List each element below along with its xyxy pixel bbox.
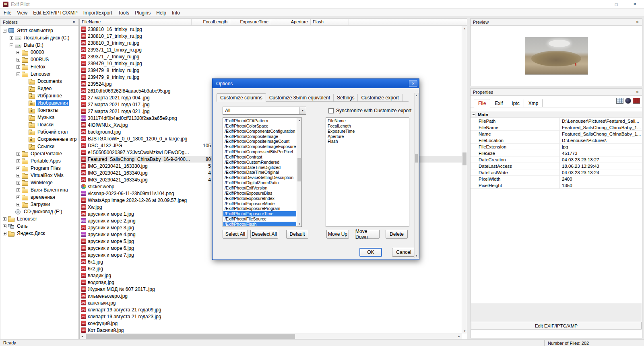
tree-item[interactable]: Этот компьютер	[0, 27, 78, 34]
scrollbar-thumb[interactable]	[86, 334, 295, 339]
column-header-flash[interactable]: Flash	[311, 19, 349, 25]
tree-item[interactable]: ☻Контакты	[0, 107, 78, 114]
tree-expander-plus[interactable]	[17, 174, 20, 177]
tag-item[interactable]: /Exif/Photo/CompressedBitsPerPixel	[223, 149, 296, 154]
checkbox-box[interactable]	[328, 108, 334, 113]
tree-item[interactable]: OperaPortable	[0, 150, 78, 157]
tree-expander-minus[interactable]	[3, 29, 6, 33]
column-header-exposuretime[interactable]: ExposureTime	[230, 19, 271, 25]
scrollbar-thumb[interactable]	[415, 154, 418, 163]
file-row[interactable]: JPG6к2.jpg	[80, 265, 462, 272]
tree-expander-plus[interactable]	[17, 152, 20, 156]
tree-expander-plus[interactable]	[17, 159, 20, 163]
tree-expander-plus[interactable]	[10, 36, 13, 40]
tree-expander-minus[interactable]	[17, 72, 20, 76]
menu-item-view[interactable]: View	[14, 9, 30, 16]
tag-item[interactable]: /Exif/Photo/CompositeImageExposureT	[223, 144, 296, 149]
tree-expander-minus[interactable]	[10, 43, 13, 47]
file-row[interactable]: JPG239479_8_trinixy_ru.jpg	[80, 67, 462, 74]
tree-item[interactable]: Data (D:)	[0, 41, 78, 49]
preview-close-icon[interactable]: ✕	[634, 19, 640, 25]
dialog-scrollbar[interactable]: ▲ ▼	[414, 93, 419, 258]
file-row[interactable]: JPGклипарт 19 августа 21 года23.jpg	[80, 313, 462, 320]
select-all-button[interactable]: Select All	[223, 230, 248, 239]
tree-item[interactable]: ♪Музыка	[0, 114, 78, 121]
file-row[interactable]: JPGКот Василий.jpg	[80, 327, 462, 334]
tree-expander-plus[interactable]	[3, 224, 6, 228]
menu-item-edit-exif-iptc-xmp[interactable]: Edit EXIF/IPTC/XMP	[30, 9, 80, 16]
details-view-icon[interactable]	[616, 98, 623, 104]
properties-close-icon[interactable]: ✕	[634, 89, 640, 95]
tree-item[interactable]: WinMerge	[0, 179, 78, 186]
tree-item[interactable]: ▸Видео	[0, 85, 78, 92]
collapse-icon[interactable]	[472, 113, 475, 116]
thumbnails-view-icon[interactable]	[633, 98, 640, 104]
tree-item[interactable]: Firefox	[0, 63, 78, 70]
scroll-left-arrow[interactable]: ◄	[80, 334, 85, 339]
column-item[interactable]: Aperture	[326, 134, 409, 139]
menu-item-help[interactable]: Help	[153, 9, 169, 16]
filter-dropdown[interactable]: All ▼	[223, 107, 306, 115]
column-header-filename[interactable]: FileName	[80, 19, 192, 25]
minimize-button[interactable]: —	[588, 0, 607, 8]
tree-item[interactable]: ★Избранное	[0, 92, 78, 99]
tag-item[interactable]: /Exif/Photo/ExposureIndex	[223, 196, 296, 201]
menu-item-info[interactable]: Info	[169, 9, 183, 16]
file-row[interactable]: JPG238810_16_trinixy_ru.jpg	[80, 26, 462, 33]
tag-item[interactable]: /Exif/Photo/ComponentsConfiguration	[223, 129, 296, 134]
scroll-up-arrow[interactable]: ▲	[462, 26, 467, 31]
menu-item-import-export[interactable]: Import/Export	[80, 9, 115, 16]
column-header-aperture[interactable]: Aperture	[271, 19, 311, 25]
deselect-all-button[interactable]: Deselect All	[250, 230, 278, 239]
file-row[interactable]: JPGкапельки.jpg	[80, 299, 462, 306]
file-row[interactable]: JPGводопад.jpg	[80, 279, 462, 286]
tag-item[interactable]: /Exif/Photo/CustomRendered	[223, 160, 296, 165]
tree-item[interactable]: Локальный диск (C:)	[0, 34, 78, 41]
file-row[interactable]: JPGЖурнал МОД № 607 2017..jpg	[80, 286, 462, 292]
tag-item[interactable]: /Exif/Photo/DateTimeDigitized	[223, 165, 296, 170]
menu-item-plugins[interactable]: Plugins	[132, 9, 153, 16]
file-row[interactable]: JPG239371_11_trinixy_ru.jpg	[80, 46, 462, 53]
sync-checkbox[interactable]: Synchronize with Customize export	[328, 108, 411, 113]
tag-item[interactable]: /Exif/Photo/ExposureMode	[223, 201, 296, 206]
tag-item[interactable]: /Exif/Photo/CFAPattern	[223, 118, 296, 124]
tag-item[interactable]: /Exif/Photo/CompositeImageCount	[223, 139, 296, 144]
edit-exif-button[interactable]: Edit EXIF/IPTC/XMP	[471, 322, 642, 330]
tree-item[interactable]: ▦Изображения	[0, 99, 78, 107]
cancel-button[interactable]: Cancel	[392, 248, 415, 257]
tree-item[interactable]: ↗Ссылки	[0, 143, 78, 150]
scrollbar-thumb[interactable]	[462, 152, 466, 165]
scrollbar-thumb[interactable]	[297, 158, 301, 181]
tag-item[interactable]: /Exif/Photo/DateTimeOriginal	[223, 170, 296, 175]
tab-xmp[interactable]: Xmp	[524, 99, 543, 107]
tree-expander-plus[interactable]	[17, 181, 20, 185]
column-item[interactable]: FocalLength	[326, 124, 409, 129]
dialog-tab-customize-columns[interactable]: Customize columns	[217, 93, 266, 102]
tag-item[interactable]: /Exif/Photo/ExposureBias	[223, 191, 296, 196]
tag-item[interactable]: /Exif/Photo/ColorSpace	[223, 124, 296, 129]
move-up-button[interactable]: Move Up	[326, 230, 349, 239]
scroll-right-arrow[interactable]: ►	[456, 334, 462, 339]
ok-button[interactable]: OK	[359, 248, 382, 257]
folders-close-icon[interactable]: ✕	[71, 19, 77, 25]
delete-button[interactable]: Delete	[386, 230, 408, 239]
tree-expander-plus[interactable]	[17, 65, 20, 69]
tag-item[interactable]: /Exif/Photo/ExifVersion	[223, 185, 296, 191]
dialog-tab-customize-export[interactable]: Customize export	[358, 94, 402, 101]
tree-expander-plus[interactable]	[17, 188, 20, 192]
dialog-tab-customize-35mm-equivalent[interactable]: Customize 35mm equivalent	[266, 94, 334, 101]
tree-expander-plus[interactable]	[3, 232, 6, 235]
file-row[interactable]: JPGвладик.jpg	[80, 272, 462, 279]
move-down-button[interactable]: Move Down	[355, 230, 380, 239]
file-row[interactable]: JPG239479_10_trinixy_ru.jpg	[80, 60, 462, 67]
tab-exif[interactable]: Exif	[491, 99, 507, 107]
tag-item[interactable]: /Exif/Photo/FileSource	[223, 216, 296, 222]
file-row[interactable]: JPGконфуций.jpg	[80, 320, 462, 327]
file-row[interactable]: JPG239371_7_trinixy_ru.jpg	[80, 53, 462, 60]
column-header-focallength[interactable]: FocalLength	[192, 19, 230, 25]
tree-item[interactable]: Валя-Валентина	[0, 186, 78, 194]
tab-iptc[interactable]: Iptc	[508, 99, 524, 107]
tree-item[interactable]: ⌂Рабочий стол	[0, 128, 78, 136]
file-row[interactable]: JPGильменьозеро.jpg	[80, 292, 462, 299]
tree-item[interactable]: Lenouser	[0, 70, 78, 78]
